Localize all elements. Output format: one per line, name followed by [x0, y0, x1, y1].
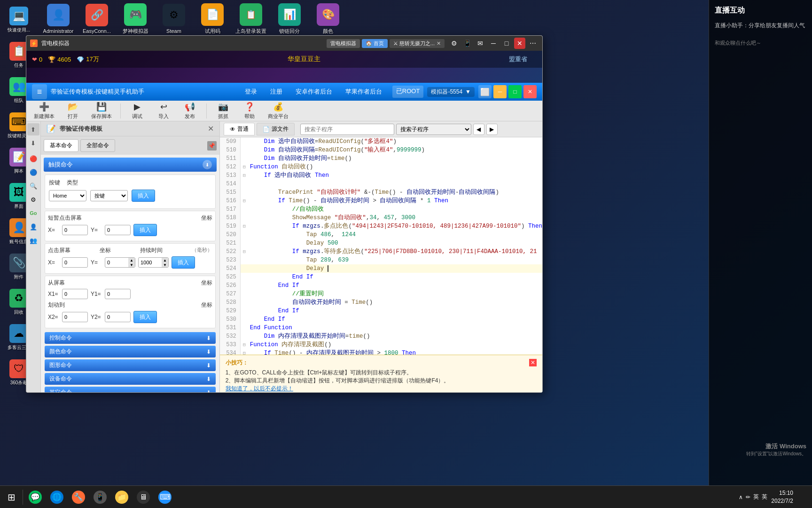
- taskbar-chevron-icon[interactable]: ∧: [739, 494, 743, 500]
- line-fold-516[interactable]: ⊟: [241, 197, 248, 205]
- toolbar-import[interactable]: ↩ 导入: [152, 100, 175, 122]
- y2s-input[interactable]: [105, 312, 131, 322]
- script-win-minimize[interactable]: ─: [493, 85, 507, 98]
- nav-ios[interactable]: 苹果作者后台: [343, 86, 385, 98]
- toolbar-publish[interactable]: 📢 发布: [178, 100, 202, 122]
- vert-btn-1[interactable]: ⬆: [27, 123, 39, 135]
- nav-root[interactable]: 已ROOT: [392, 86, 424, 98]
- line-fold-513[interactable]: ⊟: [241, 171, 248, 180]
- code-lines-container[interactable]: 509 Dim 选中自动回收=ReadUIConfig("多选框4") 510 …: [220, 137, 542, 355]
- key-insert-btn[interactable]: 插入: [132, 190, 155, 202]
- top-app-trial[interactable]: 📄 试用码: [194, 2, 231, 36]
- coord-insert-btn[interactable]: 插入: [133, 224, 157, 236]
- line-fold-533[interactable]: ⊟: [241, 341, 248, 349]
- tab-close-icon[interactable]: ✕: [437, 40, 441, 47]
- duration-insert-btn[interactable]: 插入: [172, 256, 195, 269]
- vert-btn-red[interactable]: 🔴: [27, 152, 39, 165]
- tab-leidian[interactable]: 雷电模拟器: [327, 39, 360, 48]
- duration-spin-down[interactable]: ▼: [162, 262, 168, 267]
- nav-android[interactable]: 安卓作者后台: [293, 86, 335, 98]
- vert-btn-search[interactable]: 🔍: [27, 180, 39, 192]
- tip-3[interactable]: 我知道了，以后不必提示！: [226, 385, 450, 392]
- window-btn-minimize[interactable]: ─: [488, 38, 499, 49]
- x2s-input[interactable]: [62, 312, 88, 322]
- taskbar-item-phone[interactable]: 📱: [90, 488, 110, 507]
- sub-section-device[interactable]: 设备命令 ⬇: [45, 373, 216, 385]
- vert-btn-2[interactable]: ⬇: [27, 137, 39, 149]
- nav-login[interactable]: 登录: [242, 86, 260, 98]
- toolbar-bizplatform[interactable]: 💰 商业平台: [264, 100, 292, 122]
- code-editor-area[interactable]: 509 Dim 选中自动回收=ReadUIConfig("多选框4") 510 …: [220, 137, 542, 392]
- window-btn-more[interactable]: ⋯: [527, 38, 539, 49]
- tips-close-btn[interactable]: ✕: [529, 359, 537, 366]
- spin-up[interactable]: ▲: [128, 258, 135, 262]
- tab-game[interactable]: ⚔ 慈斩无摄刀之... ✕: [390, 39, 445, 48]
- toolbar-capture[interactable]: 📷 抓抓: [211, 100, 235, 122]
- script-win-close[interactable]: ✕: [523, 85, 537, 98]
- x2-input[interactable]: [62, 257, 88, 268]
- top-app-island[interactable]: 📋 上岛登录装置: [232, 2, 270, 36]
- top-app-color[interactable]: 🎨 颜色: [309, 2, 347, 36]
- top-app-easyconn[interactable]: 🔗 EasyConn...: [78, 2, 116, 36]
- script-win-maximize[interactable]: □: [508, 85, 522, 98]
- toolbar-new[interactable]: ➕ 新建脚本: [30, 100, 58, 122]
- line-fold-522[interactable]: ⊟: [241, 247, 248, 256]
- window-btn-restore[interactable]: □: [501, 38, 512, 49]
- cmd-tab-basic[interactable]: 基本命令: [44, 139, 78, 152]
- vert-btn-more1[interactable]: ⚙: [27, 193, 39, 206]
- x1-input[interactable]: [62, 289, 88, 299]
- nav-register[interactable]: 注册: [267, 86, 285, 98]
- code-function-select[interactable]: 搜索子程序: [396, 124, 471, 135]
- taskbar-item-script[interactable]: ⌨: [155, 488, 175, 507]
- code-nav-next[interactable]: ▶: [486, 124, 498, 135]
- top-app-mzsimulator[interactable]: 🎮 梦神模拟器: [117, 2, 154, 36]
- window-btn-close[interactable]: ✕: [514, 38, 525, 49]
- code-nav-prev[interactable]: ◀: [473, 124, 484, 135]
- cmd-panel-close[interactable]: ✕: [208, 124, 214, 133]
- taskbar-input-method[interactable]: 英: [762, 493, 767, 501]
- y-input[interactable]: [105, 225, 131, 235]
- top-app-steam[interactable]: ⚙ Steam: [155, 2, 193, 36]
- line-fold-534[interactable]: ⊟: [241, 349, 248, 355]
- code-tab-normal[interactable]: 👁 普通: [224, 123, 255, 135]
- emulator-selector[interactable]: 模拟器-5554 ▼: [427, 87, 475, 97]
- x-input[interactable]: [62, 225, 88, 235]
- taskbar-item-files[interactable]: 📁: [111, 488, 132, 507]
- y1-input[interactable]: [105, 289, 131, 299]
- code-tab-source[interactable]: 📄 源文件: [257, 123, 295, 135]
- sub-section-color[interactable]: 颜色命令 ⬇: [45, 346, 216, 357]
- taskbar-lang[interactable]: 英: [753, 493, 759, 501]
- duration-spin-up[interactable]: ▲: [162, 258, 168, 262]
- script-win-resize[interactable]: ⬜: [478, 85, 492, 98]
- spin-down[interactable]: ▼: [128, 262, 135, 267]
- line-fold-519[interactable]: ⊟: [241, 222, 248, 230]
- taskbar-item-wechat[interactable]: 💬: [25, 488, 46, 507]
- sub-section-other[interactable]: 其它命令 ⬇: [45, 387, 216, 392]
- vert-btn-person1[interactable]: 👤: [27, 221, 39, 233]
- vert-btn-person2[interactable]: 👥: [27, 234, 39, 246]
- line-fold-512[interactable]: ⊟: [241, 163, 248, 171]
- taskbar-item-browser[interactable]: 🌐: [47, 488, 67, 507]
- code-search-input[interactable]: [300, 124, 394, 135]
- taskbar-show-desktop[interactable]: [797, 488, 806, 507]
- window-btn-settings[interactable]: ⚙: [448, 38, 460, 49]
- vert-btn-blue[interactable]: 🔵: [27, 166, 39, 178]
- taskbar-keyboard-icon[interactable]: ✏: [746, 494, 750, 500]
- touch-section-header[interactable]: 触摸命令 ⬇: [44, 158, 217, 172]
- taskbar-item-terminal[interactable]: 🖥: [133, 488, 154, 507]
- toolbar-open[interactable]: 📂 打开: [61, 100, 85, 122]
- taskbar-item-pichon[interactable]: 🔧: [68, 488, 89, 507]
- swipe-insert-btn[interactable]: 插入: [133, 311, 157, 323]
- toolbar-save[interactable]: 💾 保存脚本: [87, 100, 116, 122]
- cmd-panel-pin-btn[interactable]: 📌: [207, 141, 217, 151]
- type-select[interactable]: 按键: [90, 190, 128, 201]
- sub-section-control[interactable]: 控制命令 ⬇: [45, 332, 216, 344]
- top-app-administrator[interactable]: 👤 Administrator: [39, 2, 77, 36]
- top-app-score[interactable]: 📊 锁链回分: [271, 2, 308, 36]
- sub-section-graphic[interactable]: 图形命令 ⬇: [45, 359, 216, 371]
- vert-btn-green[interactable]: Go: [27, 207, 39, 219]
- cmd-tab-all[interactable]: 全部命令: [80, 139, 115, 152]
- window-btn-phone[interactable]: 📱: [461, 38, 473, 49]
- toolbar-help[interactable]: ❓ 帮助: [238, 100, 261, 122]
- cmd-panel-scroll[interactable]: 触摸命令 ⬇ 按键 类型 Home: [41, 155, 219, 392]
